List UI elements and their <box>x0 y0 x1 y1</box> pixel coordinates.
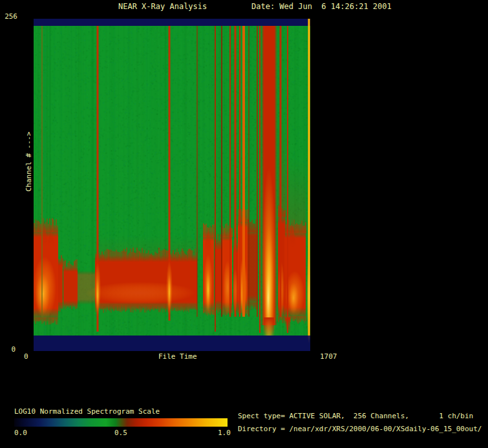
y-axis-title: Channel # ---> <box>25 132 33 192</box>
colorbar-tick-max: 1.0 <box>218 429 231 437</box>
x-axis-title: File Time <box>158 353 197 361</box>
colorbar-tick-min: 0.0 <box>14 429 27 437</box>
directory-line: Directory = /near/xdr/XRS/2000/06-00/XSd… <box>238 425 482 433</box>
colorbar-gradient <box>14 418 228 427</box>
spect-type-line: Spect type= ACTIVE SOLAR, 256 Channels, … <box>238 412 473 420</box>
plot-date: Date: Wed Jun 6 14:26:21 2001 <box>251 3 392 10</box>
y-axis-min-label: 0 <box>0 346 16 354</box>
colorbar-tick-mid: 0.5 <box>114 429 127 437</box>
x-axis-min-label: 0 <box>24 353 28 361</box>
colorbar-title: LOG10 Normalized Spectrogram Scale <box>14 408 160 416</box>
app-window: NEAR X-Ray Analysis Date: Wed Jun 6 14:2… <box>0 0 488 448</box>
spectrogram-canvas <box>34 19 310 351</box>
plot-title: NEAR X-Ray Analysis <box>118 3 207 10</box>
y-axis-max-label: 256 <box>0 13 17 21</box>
x-axis-max-label: 1707 <box>320 353 337 361</box>
